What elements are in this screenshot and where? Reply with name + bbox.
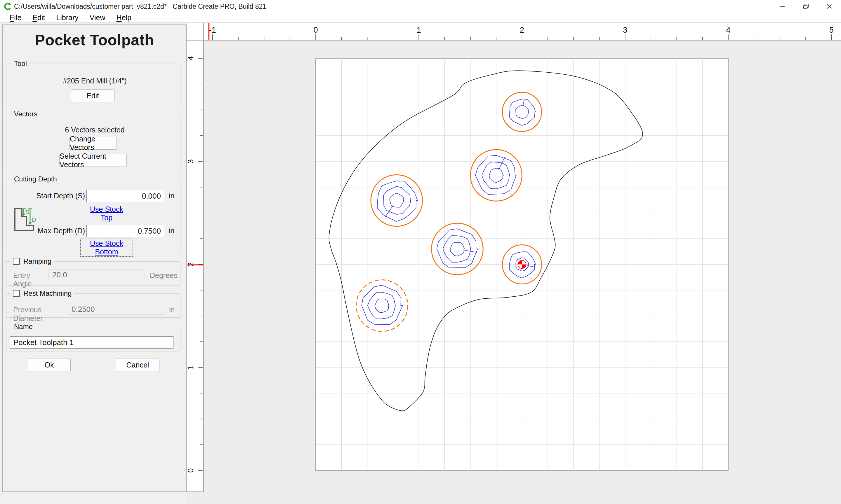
ruler-label: -1 [209, 26, 216, 34]
entry-angle-label: Entry Angle [13, 271, 48, 288]
ok-button[interactable]: Ok [28, 358, 71, 372]
menu-bar: FileEditLibraryViewHelp [0, 13, 841, 22]
menu-item-file[interactable]: File [4, 14, 27, 22]
icon-d-label: D [32, 216, 36, 223]
minimize-icon [779, 3, 786, 10]
ruler-position-marker-y [187, 264, 203, 266]
menu-item-help[interactable]: Help [111, 14, 137, 22]
ramping-label: Ramping [23, 257, 51, 266]
previous-diameter-input: 0.2500 [68, 304, 165, 315]
menu-item-view[interactable]: View [84, 14, 111, 22]
ruler-position-marker-x [208, 23, 210, 40]
tool-group-legend: Tool [12, 59, 29, 68]
cancel-button[interactable]: Cancel [116, 358, 159, 372]
minimize-button[interactable] [771, 0, 794, 13]
page-title: Pocket Toolpath [3, 31, 186, 49]
rest-machining-checkbox[interactable] [13, 290, 20, 297]
toolpath-name-input[interactable]: Pocket Toolpath 1 [10, 336, 173, 348]
select-current-vectors-button[interactable]: Select Current Vectors [59, 154, 127, 167]
restore-icon [803, 3, 809, 10]
ruler-label: 5 [829, 26, 834, 34]
ruler-label: 4 [726, 26, 730, 34]
name-group-legend: Name [12, 323, 35, 331]
max-depth-unit: in [169, 227, 174, 235]
vectors-group-legend: Vectors [12, 110, 40, 118]
tool-name: #205 End Mill (1/4") [3, 77, 187, 85]
restore-button[interactable] [794, 0, 818, 13]
menu-item-library[interactable]: Library [51, 14, 84, 22]
ruler-label: 4 [186, 56, 195, 60]
pocket-toolpath-dialog: Pocket Toolpath Tool #205 End Mill (1/4"… [2, 24, 187, 492]
close-icon [826, 3, 833, 10]
ruler-corner [187, 23, 204, 40]
cutting-depth-legend: Cutting Depth [12, 175, 59, 183]
entry-angle-unit: Degrees [150, 271, 177, 280]
vectors-selected-status: 6 Vectors selected [3, 126, 187, 134]
menu-item-edit[interactable]: Edit [27, 14, 51, 22]
rest-machining-label: Rest Machining [23, 289, 71, 298]
ruler-label: 1 [417, 26, 421, 34]
ruler-label: 2 [520, 26, 524, 34]
title-bar: C:/Users/willa/Downloads/customer part_v… [0, 0, 841, 13]
close-button[interactable] [818, 0, 841, 13]
ruler-label: 3 [186, 159, 195, 164]
use-stock-top-link[interactable]: Use Stock Top [86, 205, 127, 222]
app-logo-icon [3, 2, 12, 11]
max-depth-label: Max Depth (D) [20, 227, 85, 235]
entry-angle-input: 20.0 [49, 269, 145, 280]
max-depth-input[interactable]: 0.7500 [86, 225, 164, 237]
start-depth-label: Start Depth (S) [20, 192, 85, 200]
icon-s-label: S [25, 209, 29, 215]
window-title: C:/Users/willa/Downloads/customer part_v… [14, 3, 266, 11]
use-stock-bottom-link[interactable]: Use Stock Bottom [80, 238, 133, 257]
ruler-label: 1 [186, 365, 195, 370]
change-vectors-button[interactable]: Change Vectors [69, 137, 117, 150]
previous-diameter-unit: in [169, 306, 175, 314]
ruler-label: 3 [623, 26, 627, 34]
edit-tool-button[interactable]: Edit [71, 89, 115, 102]
ruler-label: 0 [313, 26, 318, 34]
ruler-label: 0 [186, 468, 195, 472]
start-depth-unit: in [169, 192, 174, 200]
previous-diameter-label: Previous Diameter [13, 306, 67, 323]
ramping-checkbox[interactable] [13, 258, 20, 265]
start-depth-input[interactable]: 0.000 [86, 190, 164, 202]
